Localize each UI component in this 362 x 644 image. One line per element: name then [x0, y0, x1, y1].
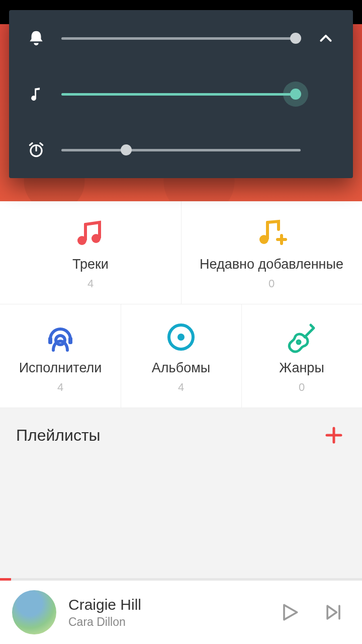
tile-albums-label: Альбомы — [152, 360, 210, 376]
alarm-icon — [24, 138, 48, 162]
mini-player[interactable]: Craigie Hill Cara Dillon — [0, 581, 362, 644]
tile-tracks-label: Треки — [72, 257, 109, 272]
play-icon — [279, 601, 301, 623]
disc-icon — [165, 321, 197, 353]
svg-point-7 — [177, 334, 185, 341]
tile-artists-count: 4 — [57, 381, 63, 394]
svg-rect-4 — [48, 337, 52, 344]
collapse-button[interactable] — [314, 26, 338, 50]
album-art[interactable] — [12, 590, 56, 634]
bell-icon — [24, 26, 48, 50]
notification-volume-slider[interactable] — [61, 28, 301, 48]
music-plus-icon — [255, 217, 288, 250]
tile-genres[interactable]: Жанры 0 — [241, 304, 362, 408]
svg-line-17 — [40, 143, 43, 145]
track-title: Craigie Hill — [68, 596, 261, 613]
media-volume-slider[interactable] — [61, 84, 301, 104]
tile-genres-count: 0 — [299, 381, 305, 394]
svg-point-2 — [259, 235, 268, 244]
tile-albums-count: 4 — [178, 381, 184, 394]
alarm-volume-slider[interactable] — [61, 140, 301, 160]
tile-genres-label: Жанры — [279, 360, 324, 376]
tile-tracks[interactable]: Треки 4 — [0, 201, 181, 304]
svg-point-0 — [77, 236, 86, 245]
playlists-title: Плейлисты — [16, 426, 101, 445]
tile-albums[interactable]: Альбомы 4 — [121, 304, 241, 408]
svg-point-8 — [297, 341, 300, 344]
guitar-icon — [286, 321, 318, 353]
tile-recent-label: Недавно добавленные — [200, 257, 343, 272]
add-playlist-button[interactable] — [322, 423, 346, 447]
library-tiles: Треки 4 Недавно добавленные 0 Исполнител… — [0, 201, 362, 408]
tile-artists[interactable]: Исполнители 4 — [0, 304, 121, 408]
music-note-icon — [74, 217, 107, 250]
tile-recent-count: 0 — [268, 277, 275, 290]
svg-point-1 — [92, 234, 101, 243]
svg-line-16 — [30, 143, 32, 145]
track-artist: Cara Dillon — [68, 615, 261, 629]
track-info[interactable]: Craigie Hill Cara Dillon — [68, 596, 261, 629]
headphones-user-icon — [44, 321, 76, 353]
chevron-up-icon — [318, 30, 334, 46]
tile-artists-label: Исполнители — [19, 360, 102, 376]
next-icon — [323, 601, 345, 623]
music-note-icon — [24, 82, 48, 106]
svg-rect-5 — [68, 337, 72, 344]
tile-tracks-count: 4 — [87, 277, 94, 290]
plus-icon — [324, 425, 344, 445]
playlists-section: Плейлисты — [0, 408, 362, 581]
next-button[interactable] — [318, 596, 350, 628]
tile-recent[interactable]: Недавно добавленные 0 — [181, 201, 362, 304]
svg-marker-12 — [327, 606, 336, 619]
svg-marker-11 — [284, 605, 297, 619]
volume-panel — [9, 10, 353, 178]
play-button[interactable] — [274, 596, 306, 628]
